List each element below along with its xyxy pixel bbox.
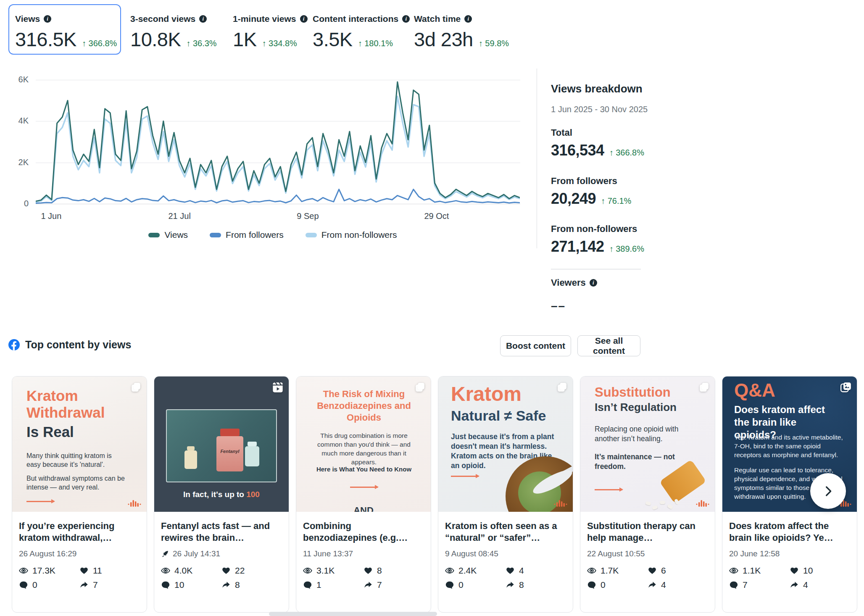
video-frame: Fentanyl xyxy=(166,409,277,482)
share-icon xyxy=(506,580,515,590)
y-tick-label: 4K xyxy=(8,116,29,126)
likes-stat: 6 xyxy=(648,566,708,576)
comment-icon xyxy=(729,580,738,590)
heart-icon xyxy=(221,566,231,575)
metric-label: Content interactionsi xyxy=(313,14,410,24)
eye-icon xyxy=(19,566,28,575)
art-body: Yes. Kratom and its active metabolite, 7… xyxy=(734,433,846,459)
likes-stat: 8 xyxy=(364,566,424,576)
chart-legend: Views From followers From non-followers xyxy=(8,230,537,240)
post-thumbnail: Kratom Withdrawal Is Real Many think qui… xyxy=(12,376,147,512)
metric-watch-time[interactable]: Watch timei 3d 23h↑ 59.8% xyxy=(414,14,509,51)
viewers-row: Viewersi xyxy=(551,277,597,288)
y-tick-label: 2K xyxy=(8,158,29,167)
comment-icon xyxy=(303,580,312,590)
metric-change: ↑ 334.8% xyxy=(262,39,297,48)
art-cut-text: AND xyxy=(296,505,431,512)
horizontal-scrollbar[interactable] xyxy=(269,612,437,616)
top-content-title: Top content by views xyxy=(25,339,131,351)
metric-3-second-views[interactable]: 3-second viewsi 10.8K↑ 36.3% xyxy=(130,14,217,51)
post-date: 9 August 08:45 xyxy=(445,549,566,558)
heart-icon xyxy=(506,566,515,575)
breakdown-title: Views breakdown xyxy=(551,82,643,95)
content-card[interactable]: Kratom Withdrawal Is Real Many think qui… xyxy=(12,376,147,613)
post-stats: 3.1K 8 1 7 xyxy=(303,566,424,590)
metric-label: 1-minute viewsi xyxy=(233,14,308,24)
shares-stat: 7 xyxy=(364,580,424,590)
shares-stat: 4 xyxy=(790,580,850,590)
views-swatch xyxy=(148,233,160,237)
content-card[interactable]: The Risk of Mixing Benzodiazepines and O… xyxy=(296,376,431,613)
arrow-icon xyxy=(26,501,54,502)
art-body: Replacing one opioid with another isn’t … xyxy=(595,424,694,444)
heart-icon xyxy=(648,566,657,575)
comments-stat: 0 xyxy=(19,580,79,590)
heart-icon xyxy=(790,566,799,575)
info-icon[interactable]: i xyxy=(402,15,410,23)
metric-1-minute-views[interactable]: 1-minute viewsi 1K↑ 334.8% xyxy=(233,14,308,51)
legend-item-from-non-followers[interactable]: From non-followers xyxy=(306,230,397,240)
info-icon[interactable]: i xyxy=(300,15,308,23)
chevron-right-icon xyxy=(822,485,835,498)
art-heading: Kratom Withdrawal xyxy=(26,387,115,421)
legend-item-from-followers[interactable]: From followers xyxy=(210,230,284,240)
comment-icon xyxy=(445,580,454,590)
non-followers-value: 271,142 xyxy=(551,238,604,255)
boost-content-button[interactable]: Boost content xyxy=(500,335,571,356)
art-heading: Kratom xyxy=(451,382,522,405)
pill xyxy=(652,505,658,510)
info-icon[interactable]: i xyxy=(44,15,51,23)
vertical-divider xyxy=(537,68,537,248)
followers-value: 20,249 xyxy=(551,190,596,208)
x-tick-label: 29 Oct xyxy=(424,211,449,221)
views-stat: 1.7K xyxy=(587,566,648,576)
art-body: Many think quitting kratom is easy becau… xyxy=(26,451,127,469)
metric-content-interactions[interactable]: Content interactionsi 3.5K↑ 180.1% xyxy=(313,14,410,51)
content-card[interactable]: Fentanyl In fact, it's up to 100 Fentany… xyxy=(154,376,289,613)
x-tick-label: 9 Sep xyxy=(297,211,319,221)
brand-watermark-icon xyxy=(553,498,568,508)
post-date: 26 July 14:31 xyxy=(161,549,282,558)
brand-watermark-icon xyxy=(127,498,142,508)
arrow-icon xyxy=(595,489,622,490)
eye-icon xyxy=(445,566,454,575)
carousel-next-button[interactable] xyxy=(810,473,846,509)
post-thumbnail: Substitution Isn’t Regulation Replacing … xyxy=(580,376,715,512)
info-icon[interactable]: i xyxy=(464,15,472,23)
eye-icon xyxy=(587,566,596,575)
share-icon xyxy=(648,580,657,590)
photos-icon xyxy=(840,382,852,393)
share-icon xyxy=(79,580,89,590)
metric-change: ↑ 36.3% xyxy=(186,39,216,48)
viewers-value: –– xyxy=(551,299,566,313)
art-heading: Substitution xyxy=(595,385,671,400)
info-icon[interactable]: i xyxy=(590,279,597,287)
share-icon xyxy=(364,580,373,590)
metric-value: 3.5K xyxy=(313,28,353,51)
post-thumbnail: Fentanyl In fact, it's up to 100 xyxy=(154,376,289,512)
comment-icon xyxy=(161,580,170,590)
divider xyxy=(551,269,641,269)
metric-label: Watch timei xyxy=(414,14,509,24)
legend-item-views[interactable]: Views xyxy=(148,230,188,240)
art-body: But withdrawal symptoms can be intense —… xyxy=(26,474,127,492)
post-thumbnail: Kratom Natural ≠ Safe Just because it's … xyxy=(438,376,573,512)
likes-stat: 10 xyxy=(790,566,850,576)
info-icon[interactable]: i xyxy=(199,15,207,23)
metric-label: 3-second viewsi xyxy=(130,14,217,24)
collection-icon xyxy=(556,382,568,393)
post-stats: 4.0K 22 10 8 xyxy=(161,566,282,590)
followers-swatch xyxy=(210,233,221,237)
content-card[interactable]: Substitution Isn’t Regulation Replacing … xyxy=(580,376,715,613)
post-date: 26 August 16:29 xyxy=(19,549,140,558)
see-all-content-button[interactable]: See all content xyxy=(577,335,640,356)
collection-icon xyxy=(414,382,426,393)
post-date: 20 June 12:58 xyxy=(729,549,850,558)
chart-plot-area xyxy=(36,71,520,210)
views-stat: 1.1K xyxy=(729,566,790,576)
y-tick-label: 0 xyxy=(8,199,29,208)
comments-stat: 0 xyxy=(445,580,506,590)
content-card[interactable]: Kratom Natural ≠ Safe Just because it's … xyxy=(438,376,573,613)
metric-views[interactable]: Viewsi 316.5K↑ 366.8% xyxy=(15,14,117,51)
likes-stat: 4 xyxy=(506,566,566,576)
